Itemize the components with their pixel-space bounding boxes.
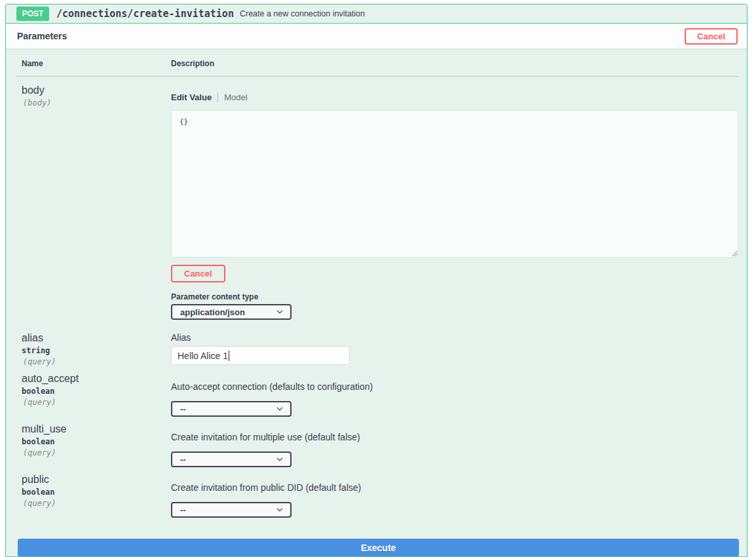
description-column-header: Description — [171, 59, 738, 68]
param-type: boolean — [22, 387, 171, 396]
param-description: Create invitation from public DID (defau… — [171, 474, 738, 493]
param-location: (query) — [22, 448, 171, 457]
parameters-table-header: Name Description — [16, 48, 738, 77]
execute-button[interactable]: Execute — [18, 539, 739, 557]
param-name: multi_use — [22, 423, 171, 435]
param-row-multi-use: multi_use boolean (query) Create invitat… — [6, 417, 747, 467]
param-row-public: public boolean (query) Create invitation… — [6, 467, 747, 518]
auto-accept-select[interactable]: -- — [171, 401, 292, 417]
body-value-textarea[interactable]: {} — [171, 110, 738, 258]
public-select[interactable]: -- — [171, 502, 292, 518]
endpoint-path: /connections/create-invitation — [56, 8, 234, 20]
param-description: Create invitation for multiple use (defa… — [171, 423, 738, 442]
method-badge: POST — [16, 7, 49, 21]
content-type-label: Parameter content type — [171, 292, 738, 301]
param-row-body: body (body) Edit Value Model {} Cancel P… — [6, 77, 747, 320]
content-type-select[interactable]: application/json — [171, 304, 292, 320]
param-name-cell: body (body) — [16, 85, 171, 320]
cancel-edit-button[interactable]: Cancel — [171, 265, 225, 282]
param-type: string — [22, 346, 171, 355]
param-location: (body) — [22, 98, 171, 107]
auto-accept-selected-value: -- — [180, 404, 186, 414]
param-name-cell: alias string (query) — [16, 332, 171, 366]
param-description: Alias — [171, 332, 738, 343]
multi-use-selected-value: -- — [180, 455, 186, 465]
execute-wrapper: Execute — [6, 518, 747, 557]
param-description: Auto-accept connection (defaults to conf… — [171, 373, 738, 392]
param-type: boolean — [22, 488, 171, 497]
text-cursor — [229, 351, 229, 361]
param-name-cell: auto_accept boolean (query) — [16, 373, 171, 417]
param-description-cell: Edit Value Model {} Cancel Parameter con… — [171, 85, 738, 320]
operation-block-post: POST /connections/create-invitation Crea… — [5, 4, 747, 557]
param-name: alias — [22, 332, 171, 344]
param-row-auto-accept: auto_accept boolean (query) Auto-accept … — [6, 366, 747, 417]
chevron-down-icon — [276, 405, 284, 413]
parameters-title: Parameters — [17, 31, 67, 41]
chevron-down-icon — [276, 308, 284, 316]
param-location: (query) — [22, 499, 171, 508]
chevron-down-icon — [276, 506, 284, 514]
name-column-header: Name — [16, 59, 171, 68]
content-type-block: Parameter content type application/json — [171, 292, 738, 320]
param-name-cell: multi_use boolean (query) — [16, 423, 171, 467]
content-type-selected-value: application/json — [180, 307, 245, 317]
param-type: boolean — [22, 437, 171, 446]
cancel-operation-button[interactable]: Cancel — [685, 28, 738, 45]
tab-edit-value[interactable]: Edit Value — [171, 92, 212, 102]
param-description-cell: Auto-accept connection (defaults to conf… — [171, 373, 738, 417]
alias-input-value: Hello Alice 1 — [178, 351, 228, 361]
param-name-cell: public boolean (query) — [16, 474, 171, 518]
param-name: auto_accept — [22, 373, 171, 385]
param-description-cell: Create invitation from public DID (defau… — [171, 474, 738, 518]
chevron-down-icon — [276, 455, 284, 463]
parameters-section-header: Parameters Cancel — [6, 24, 747, 48]
body-editor-tabs: Edit Value Model — [171, 92, 738, 102]
tab-separator — [217, 92, 218, 102]
tab-model[interactable]: Model — [224, 92, 247, 102]
endpoint-summary: Create a new connection invitation — [240, 9, 365, 18]
param-name: public — [22, 474, 171, 486]
param-description-cell: Alias Hello Alice 1 — [171, 332, 738, 366]
param-location: (query) — [22, 357, 171, 366]
param-description-cell: Create invitation for multiple use (defa… — [171, 423, 738, 467]
param-row-alias: alias string (query) Alias Hello Alice 1 — [6, 320, 747, 366]
public-selected-value: -- — [180, 505, 186, 515]
param-location: (query) — [22, 398, 171, 407]
param-name: body — [22, 85, 171, 96]
multi-use-select[interactable]: -- — [171, 451, 292, 467]
operation-summary[interactable]: POST /connections/create-invitation Crea… — [6, 5, 747, 24]
alias-input[interactable]: Hello Alice 1 — [171, 346, 350, 365]
